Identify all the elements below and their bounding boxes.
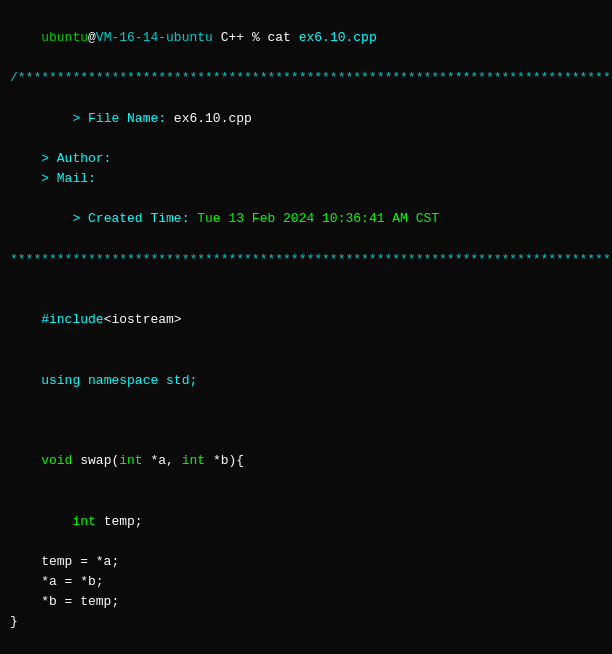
int-kw-3: int	[72, 514, 95, 529]
prompt-at-1: @	[88, 30, 96, 45]
swap-params: *a,	[143, 453, 182, 468]
prompt-file-1: ex6.10.cpp	[299, 30, 377, 45]
prompt-cmd-1: cat	[267, 30, 298, 45]
using-kw: using namespace std;	[41, 373, 197, 388]
temp-var: temp;	[96, 514, 143, 529]
indent-1	[41, 514, 72, 529]
meta-filename-key: > File Name:	[41, 111, 174, 126]
swap-params2: *b){	[205, 453, 244, 468]
code-b-assign: *b = temp;	[10, 592, 602, 612]
code-int-temp: int temp;	[10, 491, 602, 551]
meta-created-key: > Created Time:	[41, 211, 197, 226]
stars-bottom: ****************************************…	[10, 250, 602, 270]
meta-created: > Created Time: Tue 13 Feb 2024 10:36:41…	[10, 189, 602, 249]
int-kw-1: int	[119, 453, 142, 468]
include-kw: #include	[41, 312, 103, 327]
stars-top: /***************************************…	[10, 68, 602, 88]
code-temp-assign: temp = *a;	[10, 552, 602, 572]
meta-author: > Author:	[10, 149, 602, 169]
blank-1	[10, 270, 602, 290]
code-void-swap: void swap(int *a, int *b){	[10, 431, 602, 491]
meta-created-val: Tue 13 Feb 2024 10:36:41 AM CST	[197, 211, 439, 226]
code-using: using namespace std;	[10, 350, 602, 410]
blank-2	[10, 411, 602, 431]
void-kw: void	[41, 453, 72, 468]
meta-filename-val: ex6.10.cpp	[174, 111, 252, 126]
terminal-window: ubuntu@VM-16-14-ubuntu C++ % cat ex6.10.…	[0, 0, 612, 654]
prompt-user-1: ubuntu	[41, 30, 88, 45]
code-close-swap: }	[10, 612, 602, 632]
code-include: #include<iostream>	[10, 290, 602, 350]
prompt-shell-1: C++ %	[213, 30, 268, 45]
meta-mail: > Mail:	[10, 169, 602, 189]
int-kw-2: int	[182, 453, 205, 468]
prompt-host-1: VM-16-14-ubuntu	[96, 30, 213, 45]
include-lib: <iostream>	[104, 312, 182, 327]
meta-filename: > File Name: ex6.10.cpp	[10, 89, 602, 149]
code-a-assign: *a = *b;	[10, 572, 602, 592]
swap-fn: swap(	[72, 453, 119, 468]
command-line-1: ubuntu@VM-16-14-ubuntu C++ % cat ex6.10.…	[10, 8, 602, 68]
blank-3	[10, 632, 602, 652]
